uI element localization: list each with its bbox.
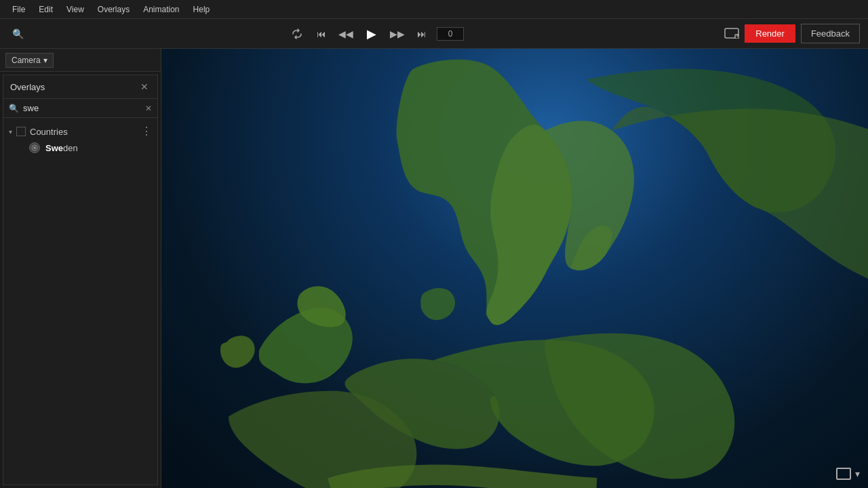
viewport[interactable]: ▾ — [161, 49, 868, 488]
main-area: Camera ▾ Overlays ✕ 🔍 swe ✕ ▾ Countr — [0, 49, 868, 488]
sweden-item-label: Sweden — [45, 143, 78, 153]
menu-file[interactable]: File — [5, 3, 32, 16]
left-panel: Camera ▾ Overlays ✕ 🔍 swe ✕ ▾ Countr — [0, 49, 161, 488]
search-clear-icon[interactable]: ✕ — [145, 104, 152, 113]
globe-landmass-svg — [161, 49, 868, 488]
overlays-search-input[interactable]: swe — [23, 103, 141, 113]
goto-start-button[interactable]: ⏮ — [312, 24, 331, 43]
expand-icon[interactable] — [836, 468, 851, 480]
svg-point-4 — [33, 146, 36, 149]
render-button[interactable]: Render — [745, 24, 795, 43]
sweden-item-icon — [29, 142, 40, 153]
svg-rect-1 — [735, 35, 739, 39]
more-options-icon[interactable]: ▾ — [855, 468, 860, 479]
menu-overlays[interactable]: Overlays — [91, 3, 136, 16]
countries-group-label: Countries — [30, 127, 68, 137]
camera-dropdown[interactable]: Camera ▾ — [5, 53, 54, 68]
overlays-title: Overlays — [10, 82, 45, 92]
menu-edit[interactable]: Edit — [32, 3, 60, 16]
step-back-button[interactable]: ◀◀ — [336, 24, 355, 43]
countries-checkbox[interactable] — [16, 127, 26, 136]
menu-help[interactable]: Help — [186, 3, 217, 16]
overlays-close-button[interactable]: ✕ — [138, 81, 151, 93]
viewport-controls: ▾ — [836, 468, 860, 480]
menubar: File Edit View Overlays Animation Help — [0, 0, 868, 19]
overlay-group-header[interactable]: ▾ Countries ⋮ — [9, 123, 152, 140]
menu-view[interactable]: View — [60, 3, 91, 16]
goto-end-button[interactable]: ⏭ — [412, 24, 431, 43]
countries-more-button[interactable]: ⋮ — [141, 126, 152, 137]
search-icon[interactable]: 🔍 — [8, 24, 27, 43]
overlays-panel: Overlays ✕ 🔍 swe ✕ ▾ Countries ⋮ — [3, 75, 158, 485]
overlay-group-countries: ▾ Countries ⋮ Sweden — [3, 121, 157, 159]
loop-button[interactable] — [288, 24, 307, 43]
camera-bar: Camera ▾ — [0, 49, 161, 72]
step-forward-button[interactable]: ▶▶ — [388, 24, 407, 43]
overlay-item-sweden[interactable]: Sweden — [9, 140, 152, 156]
menu-animation[interactable]: Animation — [136, 3, 186, 16]
chevron-down-icon: ▾ — [9, 128, 12, 136]
overlay-list: ▾ Countries ⋮ Sweden — [3, 118, 157, 485]
toolbar: 🔍 ⏮ ◀◀ ▶ ▶▶ ⏭ 0 Render Feedback — [0, 19, 868, 49]
play-button[interactable]: ▶ — [361, 23, 382, 45]
feedback-button[interactable]: Feedback — [801, 24, 860, 43]
overlays-header: Overlays ✕ — [3, 75, 157, 99]
screenshot-icon[interactable] — [724, 26, 739, 41]
frame-counter[interactable]: 0 — [437, 27, 464, 41]
search-bar: 🔍 swe ✕ — [3, 99, 157, 118]
search-magnify-icon: 🔍 — [9, 104, 19, 113]
